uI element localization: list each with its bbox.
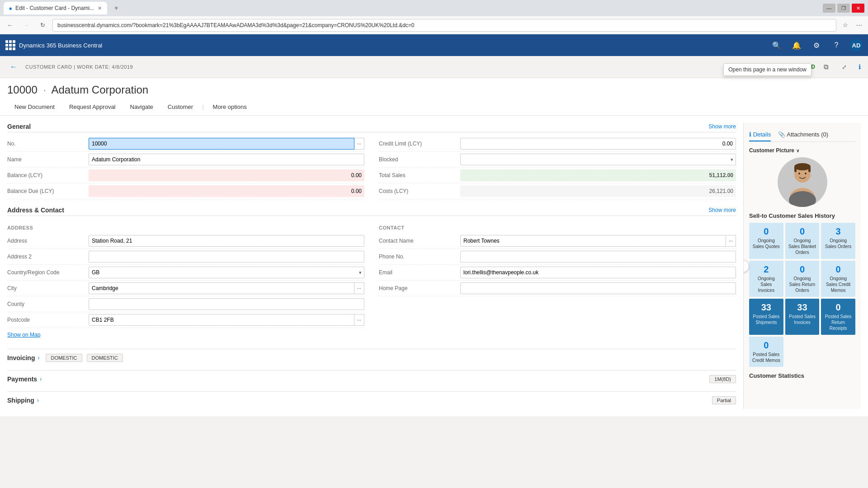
customer-picture-title[interactable]: Customer Picture ∨: [749, 147, 855, 154]
balance-lcy-input[interactable]: [89, 169, 364, 181]
tile-blanket-number: 0: [788, 226, 817, 237]
address-bar[interactable]: [52, 19, 836, 32]
browser-tab[interactable]: ■ Edit - Customer Card - Dynami... ✕: [4, 2, 107, 14]
postcode-ellipsis-button[interactable]: ···: [354, 314, 364, 326]
email-input[interactable]: [460, 267, 736, 278]
tile-ongoing-invoices[interactable]: 2 Ongoing Sales Invoices: [749, 261, 783, 297]
payments-section: Payments › 1M(8D): [7, 370, 736, 388]
tile-posted-return-receipts[interactable]: 0 Posted Sales Return Receipts: [821, 299, 855, 335]
panel-tab-attachments[interactable]: 📎 Attachments (0): [778, 128, 828, 141]
close-window-button[interactable]: ✕: [852, 4, 864, 13]
blocked-select[interactable]: All Invoice: [460, 154, 736, 165]
invoicing-section: Invoicing › DOMESTIC DOMESTIC: [7, 349, 736, 366]
city-input[interactable]: [89, 282, 354, 294]
back-button[interactable]: ←: [7, 61, 20, 73]
panel-tab-details[interactable]: ℹ Details: [749, 128, 771, 141]
browser-settings-icon[interactable]: ⋯: [854, 20, 864, 31]
payments-badge: 1M(8D): [709, 375, 736, 383]
contact-subtitle: CONTACT: [379, 225, 736, 230]
notifications-icon[interactable]: 🔔: [790, 39, 803, 52]
tile-posted-invoices[interactable]: 33 Posted Sales Invoices: [785, 299, 820, 335]
expand-button[interactable]: ⤢: [837, 60, 851, 74]
county-input[interactable]: [89, 298, 364, 310]
restore-button[interactable]: ❐: [837, 4, 850, 13]
show-on-map-link[interactable]: Show on Map: [7, 332, 40, 338]
tile-ongoing-credit[interactable]: 0 Ongoing Sales Credit Memos: [821, 261, 855, 297]
tab-navigate[interactable]: Navigate: [123, 100, 160, 115]
address2-input[interactable]: [89, 251, 364, 263]
settings-icon[interactable]: ⚙: [810, 39, 823, 52]
expand-panel-button[interactable]: ›: [743, 260, 749, 272]
address-field-row: Address: [7, 233, 364, 249]
shipping-arrow: ›: [37, 397, 39, 404]
address2-label: Address 2: [7, 253, 89, 260]
total-sales-field-row: Total Sales: [379, 168, 736, 183]
close-tab-button[interactable]: ✕: [98, 5, 102, 11]
tile-ongoing-quotes[interactable]: 0 Ongoing Sales Quotes: [749, 223, 783, 259]
tile-posted-shipments[interactable]: 33 Posted Sales Shipments: [749, 299, 783, 335]
contact-name-label: Contact Name: [379, 238, 460, 244]
tile-credit-number: 0: [824, 264, 853, 275]
tile-posted-credit[interactable]: 0 Posted Sales Credit Memos: [749, 337, 783, 367]
title-separator: ·: [43, 84, 46, 96]
general-show-more[interactable]: Show more: [708, 123, 736, 130]
tile-posted-credit-label: Posted Sales Credit Memos: [752, 352, 781, 363]
invoicing-title: Invoicing: [7, 354, 35, 361]
user-avatar[interactable]: AD: [850, 39, 863, 52]
postcode-input[interactable]: [89, 314, 354, 326]
homepage-input[interactable]: [460, 282, 736, 294]
search-icon[interactable]: 🔍: [770, 39, 783, 52]
homepage-field-row: Home Page: [379, 281, 736, 296]
waffle-icon[interactable]: [5, 40, 15, 50]
postcode-field-row: Postcode ···: [7, 312, 364, 328]
address-input[interactable]: [89, 235, 364, 247]
customer-picture-chevron: ∨: [796, 148, 799, 153]
invoicing-badge2: DOMESTIC: [87, 354, 123, 362]
forward-nav-button[interactable]: →: [20, 19, 33, 32]
homepage-label: Home Page: [379, 285, 460, 291]
general-title: General: [7, 123, 31, 130]
back-nav-button[interactable]: ←: [4, 19, 16, 32]
no-ellipsis-button[interactable]: ···: [354, 138, 364, 150]
postcode-label: Postcode: [7, 317, 89, 323]
country-field-row: Country/Region Code GB: [7, 265, 364, 281]
address-show-more[interactable]: Show more: [708, 207, 736, 213]
bookmark-icon[interactable]: ☆: [840, 20, 851, 31]
app-logo[interactable]: Dynamics 365 Business Central: [5, 40, 102, 50]
info-icon[interactable]: ℹ: [859, 63, 861, 70]
name-input[interactable]: [89, 154, 364, 165]
phone-input[interactable]: [460, 251, 736, 263]
refresh-button[interactable]: ↻: [36, 19, 49, 32]
breadcrumb: CUSTOMER CARD | WORK DATE: 4/8/2019: [25, 64, 133, 70]
tab-more-options[interactable]: More options: [206, 100, 254, 115]
tile-posted-invoices-label: Posted Sales Invoices: [788, 314, 817, 325]
tab-new-document[interactable]: New Document: [7, 100, 62, 115]
email-label: Email: [379, 269, 460, 276]
credit-limit-input[interactable]: [460, 138, 736, 150]
help-icon[interactable]: ?: [830, 39, 843, 52]
invoicing-badge: DOMESTIC: [46, 354, 82, 362]
country-select[interactable]: GB: [89, 267, 364, 278]
blocked-field-row: Blocked All Invoice: [379, 152, 736, 168]
city-ellipsis-button[interactable]: ···: [354, 282, 364, 294]
minimize-button[interactable]: —: [823, 4, 835, 13]
tab-request-approval[interactable]: Request Approval: [62, 100, 123, 115]
new-tab-button[interactable]: +: [111, 3, 122, 14]
tile-invoices-number: 2: [752, 264, 781, 275]
new-window-button[interactable]: ⧉: [819, 60, 833, 74]
total-sales-label: Total Sales: [379, 172, 460, 178]
shipping-header[interactable]: Shipping › Partial: [7, 392, 736, 409]
payments-header[interactable]: Payments › 1M(8D): [7, 371, 736, 388]
email-field-row: Email: [379, 265, 736, 281]
tile-ongoing-returns[interactable]: 0 Ongoing Sales Return Orders: [785, 261, 820, 297]
contact-name-ellipsis-button[interactable]: ···: [726, 235, 736, 247]
tile-ongoing-orders[interactable]: 3 Ongoing Sales Orders: [821, 223, 855, 259]
no-input[interactable]: [89, 138, 354, 150]
balance-due-lcy-input[interactable]: [89, 185, 364, 197]
payments-arrow: ›: [40, 376, 42, 382]
invoicing-header[interactable]: Invoicing › DOMESTIC DOMESTIC: [7, 349, 736, 366]
tile-ongoing-blanket[interactable]: 0 Ongoing Sales Blanket Orders: [785, 223, 820, 259]
tab-customer[interactable]: Customer: [160, 100, 200, 115]
tile-orders-number: 3: [824, 226, 853, 237]
contact-name-input[interactable]: [460, 235, 726, 247]
